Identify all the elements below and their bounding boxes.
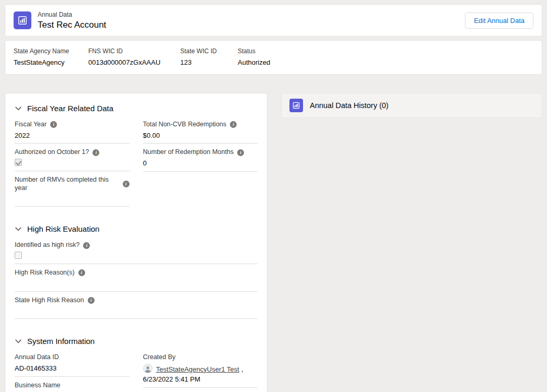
chevron-down-icon: [15, 105, 22, 112]
field-label: High Risk Reason(s): [15, 269, 75, 277]
field-total-non-cvb-redemptions: Total Non-CVB Redemptions $0.00: [143, 119, 258, 144]
info-icon[interactable]: [88, 297, 95, 304]
section-system-information: System Information Annual Data ID AD-014…: [14, 334, 259, 392]
status-value: Authorized: [238, 58, 270, 66]
related-list-title: Annual Data History (0): [310, 101, 389, 110]
annual-data-history-icon: [289, 99, 303, 112]
field-label: Identified as high risk?: [15, 241, 79, 250]
field-value: 0: [143, 159, 258, 169]
highlight-fns-wic-id: FNS WIC ID 0013d000007zGxAAAU: [88, 47, 180, 66]
highlight-state-wic-id: State WIC ID 123: [180, 47, 238, 66]
field-value: 0013d000007zGxAAAU: [88, 58, 180, 66]
field-label: State High Risk Reason: [15, 296, 84, 305]
field-value: [15, 279, 258, 289]
field-value: [15, 306, 258, 316]
field-number-of-redemption-months: Number of Redemption Months 0: [143, 147, 258, 171]
info-icon[interactable]: [237, 149, 244, 156]
info-icon[interactable]: [78, 269, 85, 276]
field-high-risk-reasons: High Risk Reason(s): [15, 267, 258, 292]
chevron-down-icon: [15, 225, 22, 233]
info-icon[interactable]: [92, 149, 99, 156]
field-label: Total Non-CVB Redemptions: [143, 121, 227, 129]
section-header-high-risk[interactable]: High Risk Evaluation: [14, 221, 259, 240]
authorized-on-october-checkbox: [15, 159, 22, 166]
record-header: Annual Data Test Rec Account Edit Annual…: [5, 4, 542, 37]
annual-data-icon: [14, 11, 31, 29]
field-value: 2022: [15, 131, 130, 141]
field-fiscal-year: Fiscal Year 2022: [15, 119, 130, 144]
field-identified-as-high-risk: Identified as high risk?: [15, 240, 258, 264]
main-content: Fiscal Year Related Data Fiscal Year 202…: [5, 93, 542, 392]
field-value: TestStateAgencyUser1 Test, 6/23/2022 5:4…: [143, 364, 258, 385]
field-value: $0.00: [143, 131, 258, 141]
section-title: Fiscal Year Related Data: [27, 104, 113, 113]
field-business-name: Business Name Test Rec Account: [15, 380, 130, 392]
field-state-high-risk-reason: State High Risk Reason: [15, 295, 258, 319]
field-label: State WIC ID: [180, 47, 238, 55]
field-label: Business Name: [15, 382, 61, 390]
info-icon[interactable]: [230, 121, 237, 128]
section-header-fiscal-year[interactable]: Fiscal Year Related Data: [14, 101, 259, 119]
highlight-state-agency-name: State Agency Name TestStateAgency: [14, 47, 88, 66]
chevron-down-icon: [15, 338, 22, 345]
field-label: Number of RMVs completed this year: [15, 176, 119, 192]
section-title: System Information: [27, 337, 95, 346]
field-label: Status: [238, 47, 270, 55]
edit-annual-data-button[interactable]: Edit Annual Data: [465, 13, 533, 29]
field-value: [15, 194, 130, 204]
field-annual-data-id: Annual Data ID AD-01465333: [15, 352, 130, 376]
info-icon[interactable]: [83, 242, 90, 249]
page-title: Test Rec Account: [38, 20, 106, 30]
record-header-text: Annual Data Test Rec Account: [38, 11, 106, 30]
section-header-system-information[interactable]: System Information: [14, 334, 259, 352]
field-label: Created By: [143, 353, 176, 362]
field-label: Number of Redemption Months: [143, 148, 234, 157]
related-list-annual-data-history[interactable]: Annual Data History (0): [281, 93, 542, 118]
high-risk-checkbox: [15, 252, 22, 259]
field-value: 123: [180, 58, 238, 66]
info-icon[interactable]: [50, 121, 57, 128]
entity-label: Annual Data: [38, 11, 106, 18]
field-value: AD-01465333: [15, 364, 130, 374]
field-label: State Agency Name: [14, 47, 88, 55]
highlight-status: Status Authorized: [238, 47, 270, 66]
field-created-by: Created By TestStateAgencyUser1 Test, 6/…: [143, 352, 258, 387]
field-authorized-on-october-1: Authorized on October 1?: [15, 147, 130, 171]
field-label: FNS WIC ID: [88, 47, 180, 55]
field-label: Fiscal Year: [15, 121, 46, 129]
field-label: Authorized on October 1?: [15, 148, 89, 157]
page: { "colors": { "brand": "#5b5bd6", "link_…: [0, 0, 547, 392]
created-by-user-link[interactable]: TestStateAgencyUser1 Test: [156, 365, 239, 373]
user-avatar-icon: [143, 364, 153, 373]
record-header-title-group: Annual Data Test Rec Account: [14, 11, 106, 30]
record-detail-panel: Fiscal Year Related Data Fiscal Year 202…: [5, 93, 267, 392]
section-title: High Risk Evaluation: [27, 224, 99, 233]
field-number-of-rmvs: Number of RMVs completed this year: [15, 174, 130, 207]
field-label: Annual Data ID: [15, 353, 59, 362]
section-high-risk-evaluation: High Risk Evaluation Identified as high …: [14, 221, 259, 322]
field-value: TestStateAgency: [14, 58, 88, 66]
info-icon[interactable]: [123, 181, 130, 187]
highlights-panel: State Agency Name TestStateAgency FNS WI…: [5, 40, 542, 75]
section-fiscal-year-related-data: Fiscal Year Related Data Fiscal Year 202…: [14, 101, 259, 210]
